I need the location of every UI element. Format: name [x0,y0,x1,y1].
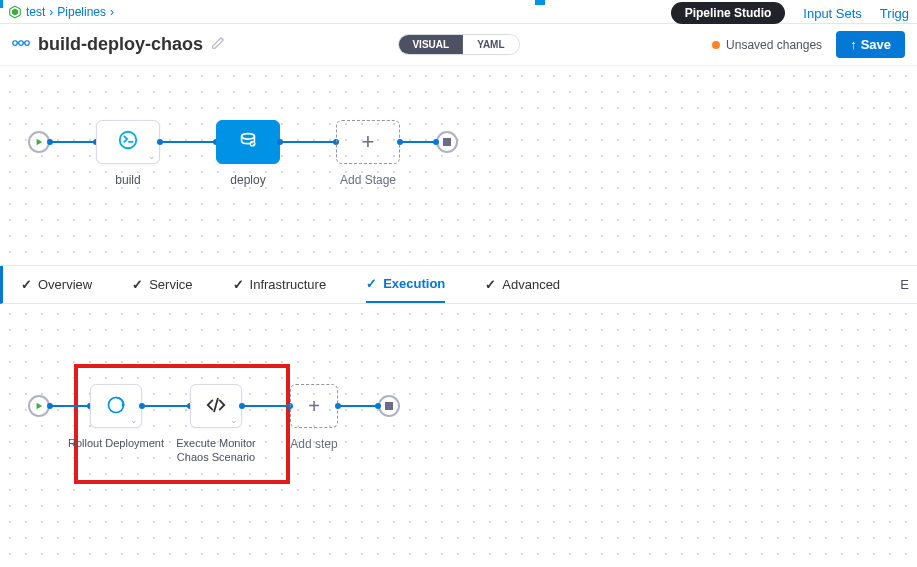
toggle-visual[interactable]: VISUAL [398,35,463,54]
svg-point-8 [120,131,137,148]
deploy-icon [237,129,259,156]
stage-deploy[interactable]: deploy [216,120,280,164]
check-icon: ✓ [485,277,496,292]
check-icon: ✓ [366,276,377,291]
stage-canvas[interactable]: ⌄ build deploy + Add Stage [0,66,917,266]
code-icon [205,396,227,417]
svg-marker-7 [37,139,43,145]
check-icon: ✓ [132,277,143,292]
step-corner-icon: ⌄ [130,415,138,425]
add-step-label: Add step [274,437,354,451]
svg-point-9 [242,133,255,139]
tab-infrastructure-label: Infrastructure [250,277,327,292]
save-button[interactable]: ↑ Save [836,31,905,58]
save-button-label: Save [861,37,891,52]
tab-input-sets[interactable]: Input Sets [803,6,862,21]
check-icon: ✓ [233,277,244,292]
step-chaos-label: Execute Monitor Chaos Scenario [161,437,271,465]
unsaved-status: Unsaved changes [712,38,822,52]
pipeline-title: build-deploy-chaos [38,34,203,55]
tab-triggers[interactable]: Trigg [880,6,909,21]
step-end-node[interactable] [378,395,400,417]
tab-execution-label: Execution [383,276,445,291]
svg-marker-11 [37,403,43,409]
add-stage-label: Add Stage [318,173,418,187]
stage-corner-icon: ⌄ [148,151,156,161]
svg-point-4 [25,41,30,46]
upload-icon: ↑ [850,37,857,52]
stage-tabs: ✓Overview ✓Service ✓Infrastructure ✓Exec… [0,266,917,304]
breadcrumb-pipelines[interactable]: Pipelines [57,5,106,19]
tab-pipeline-studio[interactable]: Pipeline Studio [671,2,786,24]
plus-icon: + [308,395,320,418]
project-hex-icon [8,5,22,19]
tab-advanced-label: Advanced [502,277,560,292]
tab-overview-label: Overview [38,277,92,292]
expand-indicator[interactable]: E [900,277,909,292]
view-toggle: VISUAL YAML [397,34,519,55]
chevron-right-icon: › [110,5,114,19]
svg-point-2 [13,41,18,46]
breadcrumb-test[interactable]: test [26,5,45,19]
stage-build-label: build [68,173,188,187]
breadcrumb: test › Pipelines › Pipeline Studio Input… [0,0,917,24]
end-node[interactable] [436,131,458,153]
step-corner-icon: ⌄ [230,415,238,425]
stage-build[interactable]: ⌄ build [96,120,160,164]
top-nav: Pipeline Studio Input Sets Trigg [671,2,909,24]
title-bar: build-deploy-chaos VISUAL YAML Unsaved c… [0,24,917,66]
step-canvas[interactable]: ⌄ Rollout Deployment ⌄ Execute Monitor C… [0,304,917,564]
check-icon: ✓ [21,277,32,292]
pipeline-icon [12,36,30,53]
add-stage-button[interactable]: + Add Stage [336,120,400,164]
toggle-yaml[interactable]: YAML [463,35,518,54]
stage-deploy-label: deploy [188,173,308,187]
build-icon [117,129,139,156]
svg-marker-1 [12,8,18,15]
step-rollout-label: Rollout Deployment [61,437,171,451]
tab-service[interactable]: ✓Service [132,266,192,303]
svg-point-3 [19,41,24,46]
tab-overview[interactable]: ✓Overview [21,266,92,303]
rollout-icon [106,395,126,418]
step-rollout-deployment[interactable]: ⌄ Rollout Deployment [90,384,142,428]
tab-advanced[interactable]: ✓Advanced [485,266,560,303]
add-step-button[interactable]: + Add step [290,384,338,428]
tab-infrastructure[interactable]: ✓Infrastructure [233,266,327,303]
plus-icon: + [362,129,375,155]
tab-execution[interactable]: ✓Execution [366,266,445,303]
chevron-right-icon: › [49,5,53,19]
tab-service-label: Service [149,277,192,292]
edit-icon[interactable] [211,36,225,53]
step-chaos-scenario[interactable]: ⌄ Execute Monitor Chaos Scenario [190,384,242,428]
